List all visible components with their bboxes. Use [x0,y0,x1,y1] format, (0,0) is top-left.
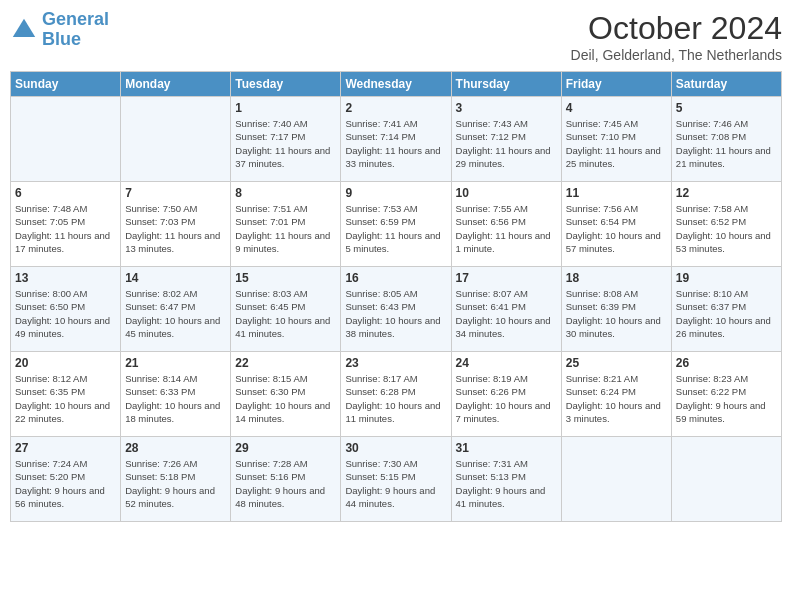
day-number: 4 [566,101,667,115]
calendar-cell: 8Sunrise: 7:51 AM Sunset: 7:01 PM Daylig… [231,182,341,267]
day-info: Sunrise: 8:19 AM Sunset: 6:26 PM Dayligh… [456,372,557,425]
day-number: 30 [345,441,446,455]
calendar-week-row: 6Sunrise: 7:48 AM Sunset: 7:05 PM Daylig… [11,182,782,267]
calendar-cell [11,97,121,182]
calendar-cell [561,437,671,522]
calendar-cell: 17Sunrise: 8:07 AM Sunset: 6:41 PM Dayli… [451,267,561,352]
logo-general: General [42,9,109,29]
calendar-cell: 29Sunrise: 7:28 AM Sunset: 5:16 PM Dayli… [231,437,341,522]
day-info: Sunrise: 7:30 AM Sunset: 5:15 PM Dayligh… [345,457,446,510]
calendar-table: SundayMondayTuesdayWednesdayThursdayFrid… [10,71,782,522]
column-header-tuesday: Tuesday [231,72,341,97]
day-number: 11 [566,186,667,200]
page-header: General Blue October 2024 Deil, Gelderla… [10,10,782,63]
calendar-cell: 13Sunrise: 8:00 AM Sunset: 6:50 PM Dayli… [11,267,121,352]
day-number: 23 [345,356,446,370]
day-info: Sunrise: 8:05 AM Sunset: 6:43 PM Dayligh… [345,287,446,340]
calendar-cell: 1Sunrise: 7:40 AM Sunset: 7:17 PM Daylig… [231,97,341,182]
calendar-week-row: 13Sunrise: 8:00 AM Sunset: 6:50 PM Dayli… [11,267,782,352]
day-info: Sunrise: 8:02 AM Sunset: 6:47 PM Dayligh… [125,287,226,340]
logo-blue: Blue [42,30,109,50]
day-info: Sunrise: 7:24 AM Sunset: 5:20 PM Dayligh… [15,457,116,510]
day-info: Sunrise: 7:51 AM Sunset: 7:01 PM Dayligh… [235,202,336,255]
calendar-cell: 30Sunrise: 7:30 AM Sunset: 5:15 PM Dayli… [341,437,451,522]
calendar-cell: 3Sunrise: 7:43 AM Sunset: 7:12 PM Daylig… [451,97,561,182]
day-number: 19 [676,271,777,285]
day-number: 27 [15,441,116,455]
svg-rect-1 [20,31,28,37]
month-title: October 2024 [571,10,782,47]
day-info: Sunrise: 7:43 AM Sunset: 7:12 PM Dayligh… [456,117,557,170]
column-header-saturday: Saturday [671,72,781,97]
day-info: Sunrise: 7:26 AM Sunset: 5:18 PM Dayligh… [125,457,226,510]
day-info: Sunrise: 8:17 AM Sunset: 6:28 PM Dayligh… [345,372,446,425]
day-number: 28 [125,441,226,455]
calendar-cell: 27Sunrise: 7:24 AM Sunset: 5:20 PM Dayli… [11,437,121,522]
day-number: 20 [15,356,116,370]
calendar-cell: 9Sunrise: 7:53 AM Sunset: 6:59 PM Daylig… [341,182,451,267]
day-info: Sunrise: 7:28 AM Sunset: 5:16 PM Dayligh… [235,457,336,510]
day-info: Sunrise: 7:40 AM Sunset: 7:17 PM Dayligh… [235,117,336,170]
day-info: Sunrise: 8:08 AM Sunset: 6:39 PM Dayligh… [566,287,667,340]
day-info: Sunrise: 8:10 AM Sunset: 6:37 PM Dayligh… [676,287,777,340]
day-number: 12 [676,186,777,200]
column-header-monday: Monday [121,72,231,97]
day-number: 18 [566,271,667,285]
calendar-cell: 16Sunrise: 8:05 AM Sunset: 6:43 PM Dayli… [341,267,451,352]
calendar-cell: 15Sunrise: 8:03 AM Sunset: 6:45 PM Dayli… [231,267,341,352]
day-info: Sunrise: 7:58 AM Sunset: 6:52 PM Dayligh… [676,202,777,255]
day-info: Sunrise: 8:00 AM Sunset: 6:50 PM Dayligh… [15,287,116,340]
calendar-cell: 18Sunrise: 8:08 AM Sunset: 6:39 PM Dayli… [561,267,671,352]
day-info: Sunrise: 7:50 AM Sunset: 7:03 PM Dayligh… [125,202,226,255]
day-info: Sunrise: 7:45 AM Sunset: 7:10 PM Dayligh… [566,117,667,170]
day-info: Sunrise: 8:14 AM Sunset: 6:33 PM Dayligh… [125,372,226,425]
day-number: 6 [15,186,116,200]
day-info: Sunrise: 7:48 AM Sunset: 7:05 PM Dayligh… [15,202,116,255]
day-number: 5 [676,101,777,115]
day-info: Sunrise: 8:23 AM Sunset: 6:22 PM Dayligh… [676,372,777,425]
calendar-cell: 5Sunrise: 7:46 AM Sunset: 7:08 PM Daylig… [671,97,781,182]
day-info: Sunrise: 7:41 AM Sunset: 7:14 PM Dayligh… [345,117,446,170]
day-number: 15 [235,271,336,285]
column-header-wednesday: Wednesday [341,72,451,97]
day-info: Sunrise: 7:31 AM Sunset: 5:13 PM Dayligh… [456,457,557,510]
calendar-cell: 23Sunrise: 8:17 AM Sunset: 6:28 PM Dayli… [341,352,451,437]
day-number: 24 [456,356,557,370]
day-number: 21 [125,356,226,370]
calendar-cell: 14Sunrise: 8:02 AM Sunset: 6:47 PM Dayli… [121,267,231,352]
calendar-cell: 25Sunrise: 8:21 AM Sunset: 6:24 PM Dayli… [561,352,671,437]
day-number: 13 [15,271,116,285]
calendar-cell: 12Sunrise: 7:58 AM Sunset: 6:52 PM Dayli… [671,182,781,267]
day-number: 7 [125,186,226,200]
calendar-cell: 11Sunrise: 7:56 AM Sunset: 6:54 PM Dayli… [561,182,671,267]
calendar-header-row: SundayMondayTuesdayWednesdayThursdayFrid… [11,72,782,97]
calendar-cell [121,97,231,182]
calendar-cell: 21Sunrise: 8:14 AM Sunset: 6:33 PM Dayli… [121,352,231,437]
calendar-cell: 7Sunrise: 7:50 AM Sunset: 7:03 PM Daylig… [121,182,231,267]
day-info: Sunrise: 8:15 AM Sunset: 6:30 PM Dayligh… [235,372,336,425]
calendar-week-row: 1Sunrise: 7:40 AM Sunset: 7:17 PM Daylig… [11,97,782,182]
day-info: Sunrise: 7:46 AM Sunset: 7:08 PM Dayligh… [676,117,777,170]
day-number: 29 [235,441,336,455]
calendar-cell: 31Sunrise: 7:31 AM Sunset: 5:13 PM Dayli… [451,437,561,522]
calendar-cell: 26Sunrise: 8:23 AM Sunset: 6:22 PM Dayli… [671,352,781,437]
calendar-cell: 24Sunrise: 8:19 AM Sunset: 6:26 PM Dayli… [451,352,561,437]
logo: General Blue [10,10,109,50]
day-info: Sunrise: 8:03 AM Sunset: 6:45 PM Dayligh… [235,287,336,340]
day-number: 1 [235,101,336,115]
day-number: 3 [456,101,557,115]
day-info: Sunrise: 8:12 AM Sunset: 6:35 PM Dayligh… [15,372,116,425]
calendar-week-row: 27Sunrise: 7:24 AM Sunset: 5:20 PM Dayli… [11,437,782,522]
calendar-week-row: 20Sunrise: 8:12 AM Sunset: 6:35 PM Dayli… [11,352,782,437]
title-block: October 2024 Deil, Gelderland, The Nethe… [571,10,782,63]
logo-text: General Blue [42,10,109,50]
calendar-cell: 20Sunrise: 8:12 AM Sunset: 6:35 PM Dayli… [11,352,121,437]
calendar-cell [671,437,781,522]
day-number: 10 [456,186,557,200]
calendar-cell: 2Sunrise: 7:41 AM Sunset: 7:14 PM Daylig… [341,97,451,182]
calendar-cell: 6Sunrise: 7:48 AM Sunset: 7:05 PM Daylig… [11,182,121,267]
day-number: 14 [125,271,226,285]
day-number: 26 [676,356,777,370]
column-header-thursday: Thursday [451,72,561,97]
day-info: Sunrise: 7:56 AM Sunset: 6:54 PM Dayligh… [566,202,667,255]
